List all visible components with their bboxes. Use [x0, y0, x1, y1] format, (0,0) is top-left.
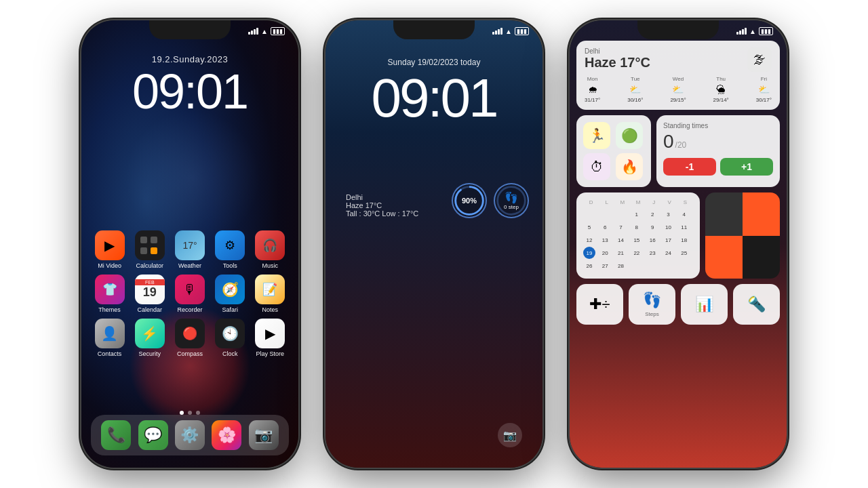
phone3-status-icons: ▲ ▮▮▮: [736, 27, 773, 35]
standing-minus-button[interactable]: -1: [663, 158, 716, 176]
signal-icon: [248, 28, 258, 35]
tools-label: Tools: [223, 262, 237, 269]
contacts-label: Contacts: [98, 350, 122, 357]
cal-empty: [599, 208, 611, 220]
weather-main-icon: 🌫: [747, 47, 772, 72]
app-recorder[interactable]: 🎙 Recorder: [172, 274, 208, 313]
dock-camera[interactable]: 📷: [249, 420, 279, 450]
battery-icon: ▮▮▮: [515, 27, 529, 35]
phone3-weather-widget: Delhi Haze 17°C 🌫 Mon 🌧 31/17° Tue ⛅ 30/…: [576, 41, 780, 110]
app-notes[interactable]: 📝 Notes: [252, 274, 288, 313]
cal-empty: [615, 208, 627, 220]
app-calendar[interactable]: FEB 19 Calendar: [132, 274, 168, 313]
cal-day-22: 22: [631, 247, 643, 259]
app-playstore[interactable]: ▶ Play Store: [252, 319, 288, 357]
app-safari[interactable]: 🧭 Safari: [212, 274, 248, 313]
app-tools[interactable]: ⚙ Tools: [212, 230, 248, 269]
compass-label: Compass: [177, 350, 203, 357]
app-themes[interactable]: 👕 Themes: [92, 274, 128, 313]
dock-messages[interactable]: 💬: [138, 420, 168, 450]
app-clock[interactable]: 🕙 Clock: [212, 319, 248, 357]
cal-day-28: 28: [615, 260, 627, 272]
calendar-label: Calendar: [138, 306, 163, 313]
cal-day-7: 7: [615, 221, 627, 233]
calendar-widget: D L M M J V S 12345678910111213141516171…: [576, 192, 700, 279]
phone-3: ▲ ▮▮▮ Delhi Haze 17°C 🌫 Mon 🌧: [570, 20, 787, 468]
cal-day-8: 8: [631, 221, 643, 233]
steps-widget-icon: 👣: [643, 291, 661, 309]
standing-plus-button[interactable]: +1: [720, 158, 773, 176]
color-widget: [705, 192, 780, 279]
cal-day-14: 14: [615, 234, 627, 246]
dock-settings[interactable]: ⚙️: [175, 420, 205, 450]
cal-day-19[interactable]: 19: [583, 247, 595, 259]
middle-widget-row: 🏃 🟢 ⏱ 🔥 Standing times 0 /20 -1 +1: [576, 115, 780, 187]
calculator-label: Calculator: [136, 262, 164, 269]
activity-burn[interactable]: 🔥: [616, 153, 643, 180]
app-compass[interactable]: 🔴 Compass: [172, 319, 208, 357]
weather-widget-info: Delhi Haze 17°C: [585, 47, 650, 70]
activity-ring[interactable]: 🟢: [616, 122, 643, 149]
calculator-widget-icon: ✚÷: [589, 296, 610, 313]
cal-day-25: 25: [678, 247, 690, 259]
app-contacts[interactable]: 👤 Contacts: [92, 319, 128, 357]
phone-2: ▲ ▮▮▮ Sunday 19/02/2023 today 09:01 Delh…: [326, 20, 542, 468]
audio-mini-widget[interactable]: 📊: [681, 284, 728, 325]
standing-total: /20: [675, 140, 687, 150]
safari-icon: 🧭: [215, 274, 245, 304]
phone1-app-grid: ▶ Mi Video Calculator 17° Weather: [81, 230, 298, 363]
phone1-dock: 📞 💬 ⚙️ 🌸 📷: [91, 415, 289, 455]
compass-icon: 🔴: [175, 319, 205, 348]
steps-value: 👣 0 step: [504, 191, 519, 210]
app-security[interactable]: ⚡ Security: [132, 319, 168, 357]
cal-day-9: 9: [646, 221, 658, 233]
weather-day-tue: Tue ⛅ 30/16°: [627, 76, 643, 103]
standing-buttons: -1 +1: [663, 158, 773, 176]
cal-day-21: 21: [615, 247, 627, 259]
phone1-clock: 19.2.Sunday.2023 09:01: [81, 54, 298, 116]
phone-1: ▲ ▮▮▮ 19.2.Sunday.2023 09:01 ▶ Mi Video: [81, 20, 298, 468]
weather-label: Weather: [178, 262, 201, 269]
steps-mini-widget[interactable]: 👣 Steps: [629, 284, 675, 325]
recorder-label: Recorder: [177, 306, 202, 313]
app-weather[interactable]: 17° Weather: [172, 230, 208, 269]
app-music[interactable]: 🎧 Music: [252, 230, 288, 269]
calculator-mini-widget[interactable]: ✚÷: [576, 284, 623, 325]
music-label: Music: [262, 262, 279, 269]
activity-grid: 🏃 🟢 ⏱ 🔥: [583, 122, 644, 180]
calendar-icon: FEB 19: [135, 274, 165, 304]
color-q3: [705, 236, 743, 279]
app-mi-video[interactable]: ▶ Mi Video: [92, 230, 128, 269]
phone2-steps-widget: 👣 0 step: [494, 183, 529, 218]
flashlight-mini-widget[interactable]: 🔦: [733, 284, 780, 325]
dock-photos[interactable]: 🌸: [212, 420, 241, 450]
cal-day-10: 10: [662, 221, 674, 233]
weather-city: Delhi: [585, 47, 650, 55]
standing-title: Standing times: [663, 122, 773, 129]
weather-day-mon: Mon 🌧 31/17°: [585, 76, 600, 103]
weather-condition: Haze 17°C: [585, 55, 650, 70]
activity-timer[interactable]: ⏱: [583, 153, 610, 180]
cal-empty: [583, 208, 595, 220]
wifi-icon: ▲: [749, 28, 756, 35]
weather-icon: 17°: [175, 230, 205, 260]
cal-day-20: 20: [599, 247, 611, 259]
phone2-screen: ▲ ▮▮▮ Sunday 19/02/2023 today 09:01 Delh…: [326, 20, 542, 468]
mi-video-icon: ▶: [95, 230, 125, 260]
music-icon: 🎧: [255, 230, 285, 260]
dock-phone[interactable]: 📞: [101, 420, 131, 450]
app-row-1: ▶ Mi Video Calculator 17° Weather: [90, 230, 290, 269]
phone2-widgets: 90% 👣 0 step: [452, 183, 529, 218]
phone2-status-bar: ▲ ▮▮▮: [339, 27, 529, 35]
signal-icon: [736, 28, 747, 35]
cal-day-13: 13: [599, 234, 611, 246]
phone1-time: 09:01: [81, 67, 298, 116]
app-calculator[interactable]: Calculator: [132, 230, 168, 269]
phone2-camera-button[interactable]: 📷: [498, 423, 522, 447]
weather-day-fri: Fri ⛅ 30/17°: [756, 76, 772, 103]
activity-run[interactable]: 🏃: [583, 122, 610, 149]
playstore-label: Play Store: [256, 350, 285, 357]
phone2-status-icons: ▲ ▮▮▮: [492, 27, 529, 35]
color-q2: [743, 192, 780, 236]
flashlight-widget-icon: 🔦: [747, 296, 766, 313]
